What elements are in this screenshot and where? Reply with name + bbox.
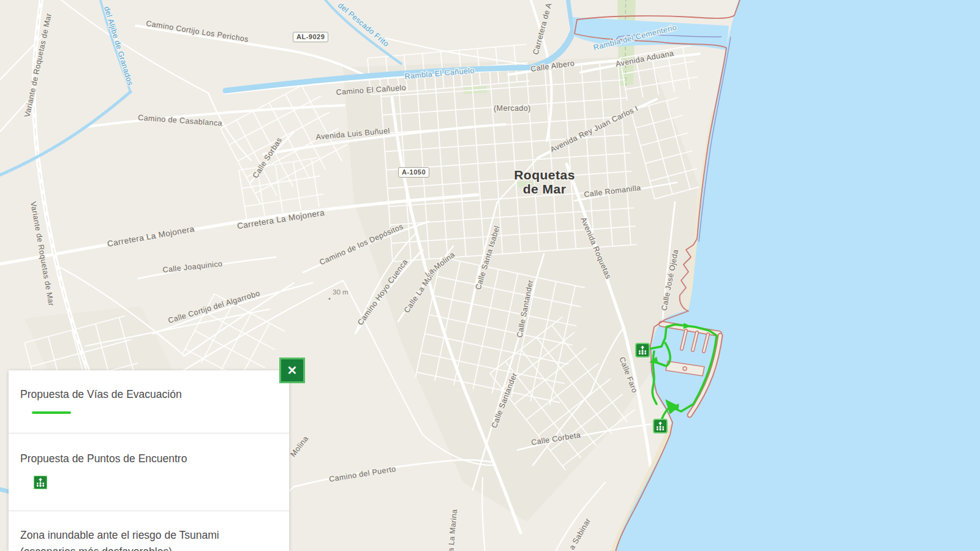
legend-item-meeting-points: Propuesta de Puntos de Encuentro: [9, 433, 289, 511]
legend-item-label: Zona inundable ante el riesgo de Tsunami…: [20, 527, 277, 551]
road-shield-a1050: A-1050: [398, 167, 429, 178]
evacuation-route-swatch: [32, 411, 71, 414]
road-shield-al9029: AL-9029: [293, 32, 328, 42]
place-label-mercado: (Mercado): [494, 104, 531, 113]
city-label-line1: Roquetas: [514, 168, 575, 182]
legend-item-evacuation-routes: Propuesta de Vías de Evacuación: [9, 370, 289, 433]
close-icon: ✕: [287, 364, 298, 377]
legend-panel: Propuesta de Vías de Evacuación Propuest…: [9, 370, 289, 551]
meeting-point-marker[interactable]: [636, 343, 649, 357]
meeting-point-marker[interactable]: [654, 419, 667, 433]
legend-item-flood-zone: Zona inundable ante el riesgo de Tsunami…: [9, 511, 289, 551]
legend-close-button[interactable]: ✕: [279, 358, 305, 383]
elevation-label: 30 m: [333, 288, 349, 296]
legend-item-label: Propuesta de Puntos de Encuentro: [20, 451, 277, 467]
legend-item-label: Propuesta de Vías de Evacuación: [20, 386, 277, 403]
city-label-line2: de Mar: [523, 182, 567, 196]
meeting-point-icon: [34, 476, 47, 489]
road-shield-text: A-1050: [402, 168, 426, 176]
map-application: Variante de Roquetas de Mar Variante de …: [0, 0, 980, 551]
elevation-point: [329, 298, 331, 300]
road-shield-text: AL-9029: [296, 33, 325, 40]
